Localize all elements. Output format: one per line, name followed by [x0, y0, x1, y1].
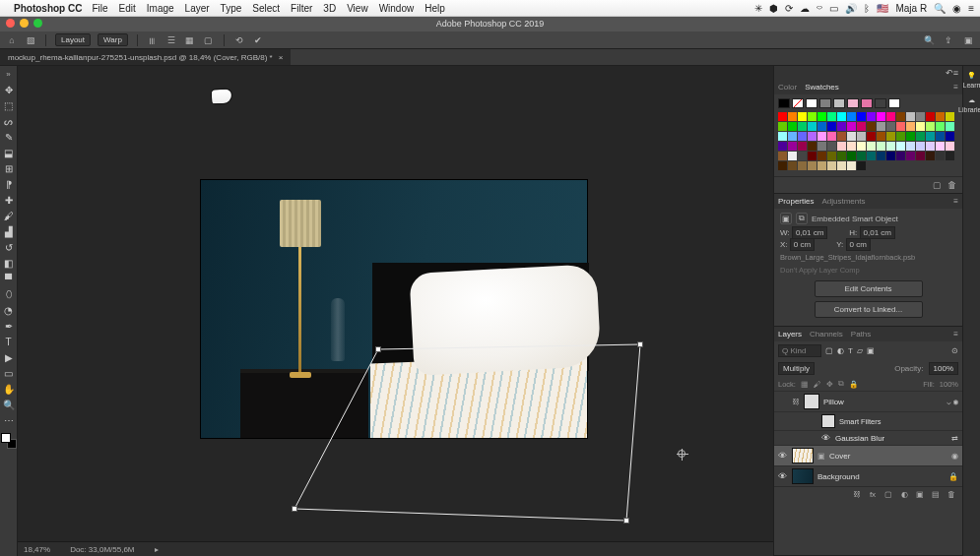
fg-color[interactable]: [1, 433, 11, 443]
swatch[interactable]: [906, 142, 915, 151]
edit-toolbar-icon[interactable]: ⋯: [2, 413, 16, 427]
layer-name[interactable]: Cover: [829, 452, 850, 461]
layer-name[interactable]: Background: [817, 472, 860, 481]
delete-swatch-icon[interactable]: 🗑: [947, 180, 956, 190]
home-icon[interactable]: ⌂: [6, 34, 18, 46]
lock-pos-icon[interactable]: ✥: [826, 380, 833, 389]
swatch[interactable]: [867, 142, 876, 151]
swatch[interactable]: [837, 161, 846, 170]
swatch[interactable]: [867, 152, 876, 160]
path-select-tool[interactable]: ▶: [2, 350, 16, 364]
close-tab-icon[interactable]: ×: [279, 53, 284, 62]
grid-split-v-icon[interactable]: ⫼: [147, 34, 159, 46]
swatch[interactable]: [946, 152, 954, 160]
swatch[interactable]: [798, 152, 807, 160]
swatch[interactable]: [936, 152, 945, 160]
swatch[interactable]: [946, 112, 954, 121]
swatch[interactable]: [857, 132, 866, 141]
panel-menu-icon[interactable]: ≡: [953, 83, 958, 92]
pen-tool[interactable]: ✒: [2, 319, 16, 333]
panel-menu-icon[interactable]: ≡: [953, 330, 958, 339]
opacity-field[interactable]: 100%: [929, 362, 958, 375]
swatch[interactable]: [886, 142, 895, 151]
swatch[interactable]: [808, 132, 817, 141]
adjustment-icon[interactable]: ◐: [899, 490, 909, 499]
swatch[interactable]: [896, 122, 905, 131]
swatch[interactable]: [926, 122, 935, 131]
swatch[interactable]: [916, 152, 925, 160]
swatch[interactable]: [817, 122, 826, 131]
wifi-icon[interactable]: ⌔: [817, 3, 822, 14]
close-window[interactable]: [6, 19, 15, 28]
mask-icon[interactable]: ▢: [883, 490, 893, 499]
swatch[interactable]: [798, 132, 807, 141]
menu-image[interactable]: Image: [147, 3, 174, 14]
swatch[interactable]: [817, 161, 826, 170]
share-icon[interactable]: ⇪: [943, 34, 954, 46]
layer-thumb[interactable]: [792, 448, 814, 463]
swatch[interactable]: [847, 122, 856, 131]
swatch[interactable]: [788, 142, 797, 151]
panel-menu-icon[interactable]: ≡: [953, 197, 958, 206]
visibility-icon[interactable]: 👁: [778, 471, 788, 481]
swatch[interactable]: [798, 122, 807, 131]
battery-icon[interactable]: ▭: [829, 3, 838, 14]
layer-comp-select[interactable]: Don't Apply Layer Comp: [780, 266, 956, 275]
new-layer-icon[interactable]: ▤: [931, 490, 941, 499]
stamp-tool[interactable]: ▟: [2, 224, 16, 238]
transform-icon[interactable]: ▧: [25, 34, 36, 46]
swatch[interactable]: [916, 112, 925, 121]
healing-tool[interactable]: ✚: [2, 193, 16, 207]
swatch[interactable]: [867, 122, 876, 131]
commit-transform-icon[interactable]: ✔: [252, 34, 264, 46]
swatch[interactable]: [808, 161, 817, 170]
swatch[interactable]: [926, 132, 935, 141]
fx-icon[interactable]: fx: [868, 490, 878, 499]
swatch[interactable]: [817, 112, 826, 121]
swatch[interactable]: [867, 132, 876, 141]
swatch[interactable]: [837, 132, 846, 141]
swatch[interactable]: [906, 122, 915, 131]
swatch[interactable]: [847, 98, 859, 108]
status-disclosure-icon[interactable]: ▸: [155, 545, 159, 554]
swatch[interactable]: [877, 122, 885, 131]
layer-row-background[interactable]: 👁 Background 🔒: [774, 465, 962, 486]
swatch[interactable]: [916, 142, 925, 151]
bluetooth-icon[interactable]: ᛒ: [864, 3, 870, 14]
new-swatch-icon[interactable]: ▢: [933, 180, 942, 190]
edit-contents-button[interactable]: Edit Contents: [815, 280, 923, 297]
swatch[interactable]: [896, 142, 905, 151]
eyedropper-tool[interactable]: ⁋: [2, 177, 16, 191]
filter-smart-icon[interactable]: ▣: [867, 346, 875, 355]
cancel-transform-icon[interactable]: ⟲: [233, 34, 245, 46]
fg-bg-swatch[interactable]: [1, 433, 17, 449]
swatch[interactable]: [827, 122, 836, 131]
grid-3x3-icon[interactable]: ▦: [184, 34, 196, 46]
swatch[interactable]: [792, 98, 804, 108]
doc-size[interactable]: Doc: 33,0M/55,6M: [70, 545, 134, 554]
menu-3d[interactable]: 3D: [323, 3, 336, 14]
layer-mask-thumb[interactable]: [804, 394, 819, 409]
swatch[interactable]: [916, 122, 925, 131]
hand-tool[interactable]: ✋: [2, 382, 16, 396]
swatch[interactable]: [778, 112, 787, 121]
swatch[interactable]: [926, 142, 935, 151]
swatch[interactable]: [926, 152, 935, 160]
y-field[interactable]: 0 cm: [846, 238, 871, 251]
swatch[interactable]: [788, 152, 797, 160]
shape-tool[interactable]: ▭: [2, 366, 16, 380]
x-field[interactable]: 0 cm: [790, 238, 815, 251]
swatch[interactable]: [867, 112, 876, 121]
swatch[interactable]: [837, 152, 846, 160]
tab-adjustments[interactable]: Adjustments: [821, 197, 865, 206]
swatch[interactable]: [847, 112, 856, 121]
layout-button[interactable]: Layout: [55, 33, 91, 46]
filter-pixel-icon[interactable]: ▢: [825, 346, 833, 355]
search-icon[interactable]: 🔍: [923, 34, 935, 46]
menu-window[interactable]: Window: [379, 3, 415, 14]
swatch[interactable]: [778, 161, 787, 170]
swatch[interactable]: [833, 98, 845, 108]
layer-row-smart-filters[interactable]: Smart Filters: [774, 411, 962, 430]
brush-tool[interactable]: 🖌: [2, 209, 16, 222]
swatch[interactable]: [861, 98, 873, 108]
